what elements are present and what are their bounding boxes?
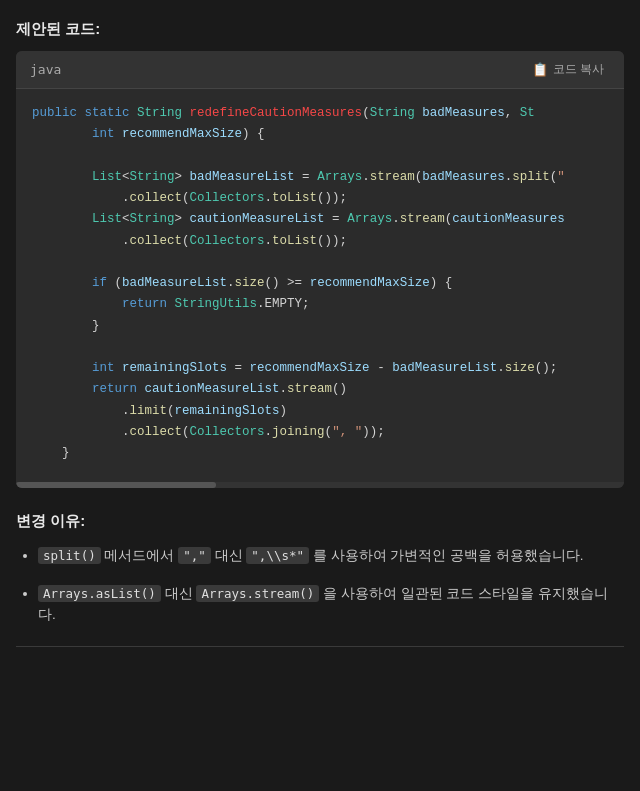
lang-label: java xyxy=(30,62,61,77)
code-content: public static String redefineCautionMeas… xyxy=(16,89,624,478)
proposed-code-title: 제안된 코드: xyxy=(16,20,624,39)
list-item-text: 대신 xyxy=(165,586,197,601)
inline-code: Arrays.stream() xyxy=(196,585,319,602)
copy-icon: 📋 xyxy=(532,62,548,77)
inline-code: "," xyxy=(178,547,211,564)
bullet-list: split() 메서드에서 "," 대신 ",\\s*" 를 사용하여 가변적인… xyxy=(16,545,624,626)
inline-code: split() xyxy=(38,547,101,564)
change-reason-title: 변경 이유: xyxy=(16,512,624,531)
list-item: split() 메서드에서 "," 대신 ",\\s*" 를 사용하여 가변적인… xyxy=(38,545,624,567)
list-item: Arrays.asList() 대신 Arrays.stream() 을 사용하… xyxy=(38,583,624,626)
scrollbar-track[interactable] xyxy=(16,482,624,488)
list-item-text: 를 사용하여 가변적인 공백을 허용했습니다. xyxy=(313,548,584,563)
scrollbar-thumb[interactable] xyxy=(16,482,216,488)
page-container: 제안된 코드: java 📋 코드 복사 public static Strin… xyxy=(0,0,640,667)
divider xyxy=(16,646,624,647)
copy-button-label: 코드 복사 xyxy=(553,61,604,78)
copy-button[interactable]: 📋 코드 복사 xyxy=(526,59,610,80)
code-header: java 📋 코드 복사 xyxy=(16,51,624,89)
inline-code: Arrays.asList() xyxy=(38,585,161,602)
list-item-text: 대신 xyxy=(215,548,247,563)
inline-code: ",\\s*" xyxy=(246,547,309,564)
code-block: java 📋 코드 복사 public static String redefi… xyxy=(16,51,624,488)
list-item-text: 메서드에서 xyxy=(104,548,178,563)
